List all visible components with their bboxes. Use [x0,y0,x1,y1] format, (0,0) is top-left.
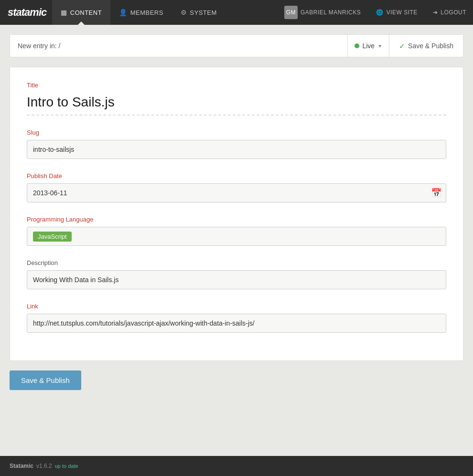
programming-language-field-group: Programming Language JavaScript [27,216,446,246]
nav-items: ▦ CONTENT 👤 MEMBERS ⚙ SYSTEM [52,0,278,25]
status-dropdown[interactable]: Live ▼ [348,35,389,57]
footer-uptodate: up to date [55,463,78,469]
view-site-label: VIEW SITE [387,9,418,16]
calendar-icon[interactable]: 📅 [431,188,441,198]
bottom-save-publish-button[interactable]: Save & Publish [10,370,81,390]
system-icon: ⚙ [181,9,187,16]
description-field-group: Description [27,259,446,289]
nav-item-members-label: MEMBERS [130,9,163,16]
link-field-group: Link [27,303,446,333]
nav-item-content[interactable]: ▦ CONTENT [52,0,110,25]
form-card: Title Slug Publish Date 📅 Programming La… [10,67,463,361]
publish-date-field-group: Publish Date 📅 [27,172,446,202]
main-wrapper: New entry in: / Live ▼ ✓ Save & Publish … [0,25,473,400]
slug-input[interactable] [27,140,446,159]
date-input-wrapper: 📅 [27,183,446,202]
status-label: Live [362,42,375,50]
check-icon: ✓ [399,42,405,51]
status-group: Live ▼ ✓ Save & Publish [347,35,463,57]
title-label: Title [27,82,446,89]
slug-field-group: Slug [27,129,446,159]
nav-item-content-label: CONTENT [70,9,102,16]
app-logo: statamic [8,6,46,19]
title-input[interactable] [27,93,446,116]
avatar: GM [284,6,298,19]
link-label: Link [27,303,446,310]
new-entry-label: New entry in: / [18,42,347,50]
save-publish-button[interactable]: ✓ Save & Publish [389,35,463,57]
toolbar-bar: New entry in: / Live ▼ ✓ Save & Publish [10,34,463,57]
bottom-save-publish-label: Save & Publish [21,376,70,384]
view-site-link[interactable]: 🌐 VIEW SITE [369,0,424,25]
logout-icon: ➔ [433,9,438,16]
programming-language-tag-field[interactable]: JavaScript [27,227,446,246]
publish-date-input[interactable] [27,183,446,202]
publish-date-label: Publish Date [27,172,446,180]
footer-version: v1.6.2 [36,463,52,469]
javascript-tag[interactable]: JavaScript [33,232,72,242]
slug-label: Slug [27,129,446,136]
content-icon: ▦ [61,9,67,16]
username-label: GABRIEL MANRICKS [301,9,361,16]
user-menu[interactable]: GM GABRIEL MANRICKS [278,0,367,25]
footer-brand: Statamic [10,463,33,469]
nav-item-system-label: SYSTEM [190,9,216,16]
nav-item-system[interactable]: ⚙ SYSTEM [172,0,226,25]
programming-language-label: Programming Language [27,216,446,223]
members-icon: 👤 [119,9,128,16]
chevron-down-icon: ▼ [377,43,382,49]
description-input[interactable] [27,270,446,289]
top-navigation: statamic ▦ CONTENT 👤 MEMBERS ⚙ SYSTEM GM… [0,0,473,25]
nav-item-members[interactable]: 👤 MEMBERS [110,0,172,25]
status-dot [355,43,359,48]
footer: Statamic v1.6.2 up to date [0,456,473,476]
title-field-group: Title [27,82,446,116]
logout-label: LOGOUT [441,9,466,16]
save-publish-label: Save & Publish [408,42,453,50]
nav-right: GM GABRIEL MANRICKS 🌐 VIEW SITE ➔ LOGOUT [278,0,473,25]
description-label: Description [27,259,446,266]
link-input[interactable] [27,314,446,333]
view-site-icon: 🌐 [376,9,384,16]
logout-link[interactable]: ➔ LOGOUT [426,0,473,25]
